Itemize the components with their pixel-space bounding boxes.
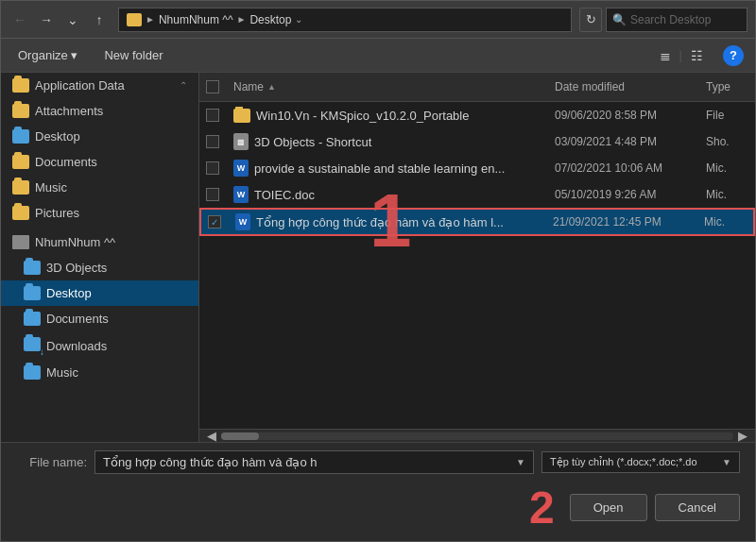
h-scroll-bar[interactable]: ◀ ▶	[199, 429, 755, 442]
header-date[interactable]: Date modified	[547, 76, 698, 97]
row-check[interactable]	[199, 161, 226, 175]
main-content: Application Data ⌃ Attachments Desktop D…	[1, 73, 755, 442]
file-name-cell: Tổng hợp công thức đạo hàm và đạo hàm l.…	[228, 212, 545, 232]
sidebar-item-desktop2[interactable]: Desktop	[1, 280, 198, 306]
sidebar-item-music[interactable]: Music	[1, 175, 198, 200]
row-check[interactable]	[199, 109, 226, 122]
file-name-cell: provide a sustainable and stable learnin…	[226, 158, 547, 178]
view-list-button[interactable]: ≣	[655, 45, 676, 66]
filename-dropdown-arrow: ▼	[516, 457, 525, 467]
sidebar-item-music2[interactable]: Music	[1, 360, 198, 385]
organize-button[interactable]: Organize ▾	[12, 44, 83, 66]
view-buttons: ≣ | ☷	[655, 45, 708, 66]
bottom-bar: File name: Tổng hợp công thức đạo hàm và…	[1, 442, 755, 541]
sidebar-item-documents2[interactable]: Documents	[1, 306, 198, 331]
table-row[interactable]: TOIEC.doc 05/10/2019 9:26 AM Mic.	[199, 181, 755, 208]
folder-icon-documents	[12, 155, 29, 169]
up-button[interactable]: ↑	[88, 8, 111, 31]
file-name: Tổng hợp công thức đạo hàm và đạo hàm l.…	[256, 215, 504, 229]
file-list: Win10.Vn - KMSpico_v10.2.0_Portable 09/0…	[199, 102, 755, 236]
header-name[interactable]: Name ▲	[226, 76, 547, 97]
header-check	[199, 76, 226, 97]
h-scroll-track[interactable]	[221, 432, 734, 440]
folder-icon-pictures	[12, 206, 29, 220]
sidebar-item-application-data[interactable]: Application Data ⌃	[1, 73, 198, 98]
file-list-container: Win10.Vn - KMSpico_v10.2.0_Portable 09/0…	[199, 102, 755, 429]
scroll-right-button[interactable]: ▶	[733, 430, 751, 443]
file-icon-doc	[235, 213, 250, 230]
file-name-cell: Win10.Vn - KMSpico_v10.2.0_Portable	[226, 107, 547, 125]
file-date: 03/09/2021 4:48 PM	[547, 133, 698, 150]
filetype-input[interactable]: Tệp tùy chỉnh (*.docx;*.doc;*.do ▼	[541, 451, 740, 473]
sidebar-item-desktop[interactable]: Desktop	[1, 124, 198, 149]
address-bar[interactable]: ► NhumNhum ^^ ► Desktop ⌄	[118, 8, 572, 32]
open-button[interactable]: Open	[570, 494, 647, 521]
row-check[interactable]	[201, 215, 228, 229]
view-details-button[interactable]: ☷	[686, 45, 708, 66]
table-row[interactable]: Tổng hợp công thức đạo hàm và đạo hàm l.…	[199, 208, 755, 236]
folder-icon-music2	[24, 365, 41, 380]
folder-icon	[12, 78, 29, 93]
row-checkbox[interactable]	[206, 135, 219, 148]
sidebar-item-nhumhum[interactable]: NhumNhum ^^	[1, 229, 198, 255]
row-checkbox[interactable]	[206, 188, 219, 201]
search-bar[interactable]: 🔍 Search Desktop	[606, 8, 747, 32]
sidebar-item-downloads[interactable]: ↓ Downloads	[1, 331, 198, 360]
sidebar-label-music2: Music	[46, 365, 78, 380]
folder-icon-desktop	[12, 129, 29, 144]
address-chevron: ►	[146, 14, 155, 25]
cancel-button[interactable]: Cancel	[655, 494, 740, 521]
row-checkbox-checked[interactable]	[208, 215, 221, 229]
file-type: Mic.	[696, 213, 753, 230]
table-row[interactable]: provide a sustainable and stable learnin…	[199, 155, 755, 181]
table-row[interactable]: ▩ 3D Objects - Shortcut 03/09/2021 4:48 …	[199, 128, 755, 155]
row-check[interactable]	[199, 188, 226, 201]
row-check[interactable]	[199, 135, 226, 148]
file-name: provide a sustainable and stable learnin…	[254, 161, 505, 176]
row-checkbox[interactable]	[206, 109, 219, 122]
file-date: 09/06/2020 8:58 PM	[547, 107, 698, 124]
sidebar-item-3d-objects[interactable]: 3D Objects	[1, 255, 198, 280]
new-folder-button[interactable]: New folder	[98, 44, 168, 66]
row-checkbox[interactable]	[206, 161, 219, 175]
scroll-up-arrow: ⌃	[180, 80, 187, 91]
file-type: Mic.	[698, 160, 755, 177]
file-type: Sho.	[698, 133, 755, 150]
recent-button[interactable]: ⌄	[61, 8, 84, 31]
sidebar-item-documents[interactable]: Documents	[1, 149, 198, 175]
sidebar-label-desktop2: Desktop	[46, 286, 92, 300]
file-name: Win10.Vn - KMSpico_v10.2.0_Portable	[256, 109, 469, 123]
h-scroll-thumb[interactable]	[221, 432, 259, 440]
scroll-left-button[interactable]: ◀	[203, 430, 221, 443]
file-icon-doc	[233, 160, 249, 177]
filetype-value: Tệp tùy chỉnh (*.docx;*.doc;*.do	[550, 456, 697, 468]
help-button[interactable]: ?	[723, 45, 744, 66]
header-type[interactable]: Type	[698, 76, 755, 97]
sort-arrow: ▲	[267, 82, 276, 92]
refresh-button[interactable]: ↻	[579, 8, 602, 32]
pc-icon	[12, 235, 29, 249]
header-checkbox[interactable]	[206, 80, 219, 93]
file-type: File	[698, 107, 755, 124]
file-icon-shortcut: ▩	[233, 133, 249, 150]
sidebar-label-pictures: Pictures	[35, 206, 79, 220]
address-path-part1: NhumNhum ^^	[159, 13, 233, 26]
back-button[interactable]: ←	[9, 8, 31, 31]
sidebar-item-attachments[interactable]: Attachments	[1, 98, 198, 124]
filename-input[interactable]: Tổng hợp công thức đạo hàm và đạo h ▼	[94, 450, 534, 474]
table-row[interactable]: Win10.Vn - KMSpico_v10.2.0_Portable 09/0…	[199, 102, 755, 128]
col-type-label: Type	[706, 80, 730, 93]
sidebar-label-downloads: Downloads	[46, 339, 107, 353]
folder-icon-desktop2	[24, 286, 41, 300]
filename-value: Tổng hợp công thức đạo hàm và đạo h	[103, 455, 317, 469]
sidebar-item-pictures[interactable]: Pictures	[1, 200, 198, 226]
filetype-dropdown-arrow: ▼	[722, 457, 731, 467]
downloads-icon: ↓	[24, 337, 41, 354]
address-chevron3: ⌄	[295, 14, 302, 25]
forward-button[interactable]: →	[35, 8, 58, 31]
sidebar-label-nhumhum: NhumNhum ^^	[35, 235, 115, 249]
nav-bar: ← → ⌄ ↑ ► NhumNhum ^^ ► Desktop ⌄ ↻ 🔍 Se…	[1, 1, 755, 39]
col-name-label: Name	[233, 80, 264, 93]
sidebar: Application Data ⌃ Attachments Desktop D…	[1, 73, 199, 442]
file-date: 21/09/2021 12:45 PM	[545, 213, 696, 230]
